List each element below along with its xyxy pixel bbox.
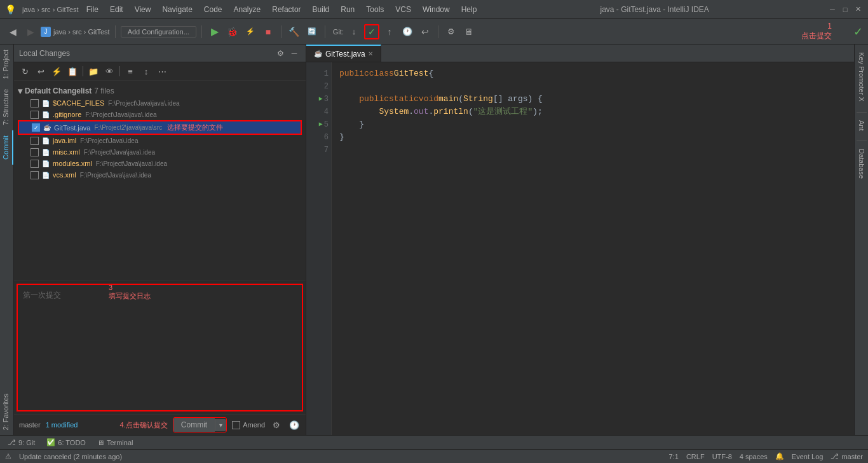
menu-view[interactable]: View	[130, 4, 156, 15]
status-encoding[interactable]: UTF-8	[712, 453, 732, 460]
menu-navigate[interactable]: Navigate	[157, 4, 197, 15]
commit-dropdown-button[interactable]: ▾	[215, 419, 226, 431]
file-item-vcsxml[interactable]: 📄 vcs.xml F:\Project\Java\java\.idea	[18, 169, 302, 181]
menu-file[interactable]: File	[81, 4, 104, 15]
file-checkbox-vcsxml[interactable]	[31, 171, 39, 179]
menu-help[interactable]: Help	[456, 4, 482, 15]
git-update-button[interactable]: ↓	[346, 24, 362, 39]
settings-button[interactable]: ⚙	[444, 24, 459, 39]
vc-show-diff-button[interactable]: ⚡	[50, 64, 64, 78]
file-checkbox-cache[interactable]	[31, 99, 39, 107]
git-label: Git:	[333, 28, 344, 36]
window-controls: ─ □ ✕	[827, 4, 863, 15]
annotation-3-text: 填写提交日志	[109, 291, 151, 301]
changelist-arrow[interactable]: ▾	[18, 86, 22, 96]
menu-build[interactable]: Build	[308, 4, 335, 15]
coverage-button[interactable]: ⚡	[243, 24, 258, 39]
file-item-gitignore[interactable]: 📄 .gitignore F:\Project\Java\java\.idea	[18, 109, 302, 120]
git-commit-button[interactable]: ✓	[364, 24, 379, 39]
changelist-count: 7 files	[94, 86, 114, 95]
vc-view-options-button[interactable]: 👁	[102, 64, 116, 78]
tab-close-button[interactable]: ✕	[368, 50, 373, 57]
menu-vcs[interactable]: VCS	[390, 4, 416, 15]
file-icon-gitignore: 📄	[41, 110, 50, 119]
git-push-button[interactable]: ↑	[382, 24, 397, 39]
commit-settings-icon[interactable]: ⚙	[270, 418, 283, 431]
status-position[interactable]: 7:1	[669, 453, 679, 460]
sidebar-tab-favorites[interactable]: 2: Favorites	[0, 389, 13, 435]
main-layout: 1: Project 7: Structure Commit 2: Favori…	[0, 45, 868, 435]
vc-sort-button[interactable]: ↕	[139, 64, 153, 78]
sidebar-tab-project[interactable]: 1: Project	[0, 45, 13, 84]
file-checkbox-modulesxml[interactable]	[31, 160, 39, 168]
file-path-cache: F:\Project\Java\java\.idea	[108, 100, 179, 107]
bottom-tab-todo[interactable]: ✅ 6: TODO	[41, 437, 91, 448]
right-tab-database[interactable]: Database	[856, 144, 867, 184]
code-line-5: }	[339, 118, 846, 131]
project-icon: J	[41, 27, 51, 37]
line-num-3: ▶ 3	[309, 93, 329, 106]
run-button[interactable]: ▶	[207, 24, 222, 39]
git-history-button[interactable]: 🕐	[400, 24, 415, 39]
vc-group-by-button[interactable]: 📁	[86, 64, 100, 78]
sidebar-tab-commit[interactable]: Commit	[0, 130, 13, 165]
status-eventlog[interactable]: Event Log	[792, 453, 824, 460]
file-item-javaiml[interactable]: 📄 java.iml F:\Project\Java\.idea	[18, 135, 302, 146]
vc-revert-button[interactable]: ↩	[34, 64, 48, 78]
code-content[interactable]: public class GitTest { public static voi…	[332, 62, 854, 435]
menu-code[interactable]: Code	[199, 4, 227, 15]
menu-refactor[interactable]: Refactor	[267, 4, 306, 15]
commit-timer-icon[interactable]: 🕐	[288, 418, 301, 431]
editor-tab-gittest[interactable]: ☕ GitTest.java ✕	[306, 45, 381, 62]
bottom-tab-git[interactable]: ⎇ 9: Git	[3, 437, 40, 448]
status-crlf[interactable]: CRLF	[686, 453, 705, 460]
bottom-tab-terminal[interactable]: 🖥 Terminal	[92, 438, 139, 448]
status-branch[interactable]: ⎇ master	[831, 452, 863, 460]
menu-tools[interactable]: Tools	[361, 4, 389, 15]
amend-checkbox[interactable]	[232, 421, 240, 429]
vc-expand-button[interactable]: ≡	[123, 64, 137, 78]
right-tab-keypromoter[interactable]: Key Promoter X	[856, 47, 867, 107]
file-checkbox-miscxml[interactable]	[31, 148, 39, 156]
git-rollback-button[interactable]: ↩	[417, 24, 433, 39]
vc-jump-next-button[interactable]: 📋	[65, 64, 79, 78]
vc-minimize-button[interactable]: ─	[288, 47, 301, 60]
file-checkbox-gittest[interactable]	[32, 123, 40, 132]
file-name-gitignore: .gitignore	[53, 111, 81, 118]
menu-edit[interactable]: Edit	[105, 4, 128, 15]
back-button[interactable]: ◀	[5, 24, 20, 39]
menu-window[interactable]: Window	[417, 4, 455, 15]
vc-refresh-button[interactable]: ↻	[18, 64, 32, 78]
forward-button[interactable]: ▶	[23, 24, 38, 39]
file-icon-gittest: ☕	[43, 123, 51, 132]
commit-button[interactable]: Commit	[173, 418, 215, 432]
menu-analyze[interactable]: Analyze	[229, 4, 266, 15]
editor-tabs: ☕ GitTest.java ✕	[306, 45, 854, 62]
vc-settings-button[interactable]: ⚙	[274, 47, 287, 60]
rebuild-button[interactable]: 🔄	[304, 24, 320, 39]
file-checkbox-javaiml[interactable]	[31, 137, 39, 145]
sidebar-tab-structure[interactable]: 7: Structure	[0, 84, 13, 130]
file-name-cache: $CACHE_FILES	[53, 99, 104, 107]
file-item-miscxml[interactable]: 📄 misc.xml F:\Project\Java\java\.idea	[18, 146, 302, 158]
terminal-button[interactable]: 🖥	[461, 24, 477, 39]
maximize-button[interactable]: □	[840, 4, 850, 15]
add-configuration-button[interactable]: Add Configuration...	[121, 26, 196, 38]
file-checkbox-gitignore[interactable]	[31, 111, 39, 119]
vc-bottom-bar: master 1 modified 4.点击确认提交 Commit ▾ Amen…	[14, 414, 306, 435]
vc-more-button[interactable]: ⋯	[155, 64, 169, 78]
status-bar: ⚠ Update canceled (2 minutes ago) 7:1 CR…	[0, 449, 868, 463]
close-button[interactable]: ✕	[853, 4, 863, 15]
stop-button[interactable]: ■	[261, 24, 276, 39]
build-button[interactable]: 🔨	[287, 24, 302, 39]
status-indent[interactable]: 4 spaces	[740, 453, 768, 460]
menu-run[interactable]: Run	[336, 4, 360, 15]
file-item-gittest[interactable]: ☕ GitTest.java F:\Project2\java\java\src…	[18, 120, 302, 135]
right-tab-ant[interactable]: Ant	[856, 115, 867, 136]
code-line-1: public class GitTest {	[339, 67, 846, 80]
file-item-modulesxml[interactable]: 📄 modules.xml F:\Project\Java\java\.idea	[18, 158, 302, 169]
annotation-4-text: 4.点击确认提交	[120, 420, 168, 430]
minimize-button[interactable]: ─	[827, 4, 837, 15]
debug-button[interactable]: 🐞	[225, 24, 240, 39]
file-item-cache[interactable]: 📄 $CACHE_FILES F:\Project\Java\java\.ide…	[18, 97, 302, 109]
